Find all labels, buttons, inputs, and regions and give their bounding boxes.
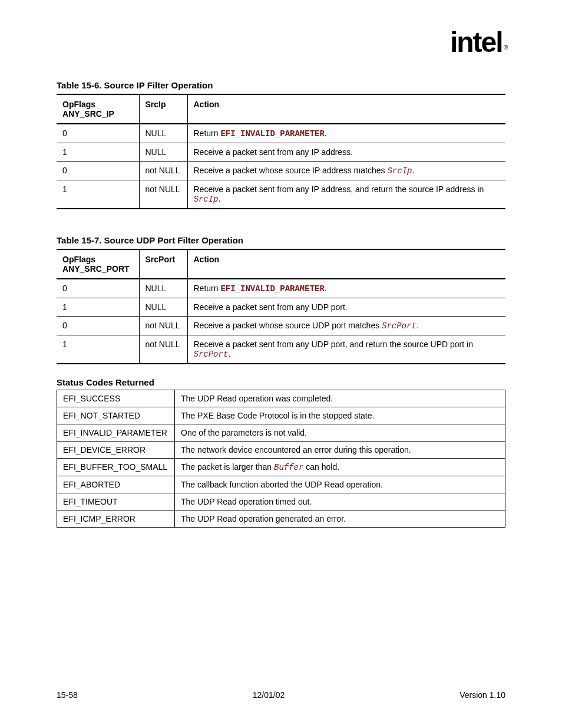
- footer-version: Version 1.10: [459, 690, 505, 700]
- table-row: 1 NULL Receive a packet sent from any UD…: [57, 298, 505, 317]
- status-code: EFI_SUCCESS: [57, 390, 175, 407]
- cell: 1: [57, 143, 139, 162]
- logo: intel®: [57, 28, 505, 57]
- table-row: 0 NULL Return EFI_INVALID_PARAMETER.: [57, 279, 505, 298]
- cell: Receive a packet sent from any UDP port.: [187, 298, 505, 317]
- cell: Receive a packet sent from any IP addres…: [187, 143, 505, 162]
- status-code: EFI_TIMEOUT: [57, 493, 175, 510]
- status-desc: The callback function aborted the UDP Re…: [175, 476, 505, 493]
- cell: Receive a packet whose source UDP port m…: [187, 317, 505, 335]
- table2-header-0: OpFlags ANY_SRC_PORT: [57, 249, 139, 279]
- table-row: 0 not NULL Receive a packet whose source…: [57, 317, 505, 335]
- table2: OpFlags ANY_SRC_PORT SrcPort Action 0 NU…: [57, 249, 505, 364]
- cell: not NULL: [139, 180, 187, 209]
- page-footer: 15-58 12/01/02 Version 1.10: [57, 690, 505, 700]
- cell: not NULL: [139, 162, 187, 180]
- footer-date: 12/01/02: [253, 690, 285, 700]
- status-code: EFI_ABORTED: [57, 476, 175, 493]
- cell: Return EFI_INVALID_PARAMETER.: [187, 124, 505, 143]
- status-desc: The UDP Read operation generated an erro…: [175, 510, 505, 528]
- cell: 0: [57, 124, 139, 143]
- cell: 0: [57, 317, 139, 335]
- cell: Receive a packet sent from any UDP port,…: [187, 335, 505, 364]
- table-row: 1 not NULL Receive a packet sent from an…: [57, 180, 505, 209]
- table-row: EFI_BUFFER_TOO_SMALLThe packet is larger…: [57, 459, 505, 476]
- table2-header-2: Action: [187, 249, 505, 279]
- status-codes-table: EFI_SUCCESSThe UDP Read operation was co…: [57, 390, 505, 528]
- cell: 1: [57, 335, 139, 364]
- table-row: EFI_TIMEOUTThe UDP Read operation timed …: [57, 493, 505, 510]
- table1-header-2: Action: [187, 94, 505, 124]
- status-desc: One of the parameters is not valid.: [175, 424, 505, 442]
- cell: 0: [57, 279, 139, 298]
- table2-header-1: SrcPort: [139, 249, 187, 279]
- status-code: EFI_BUFFER_TOO_SMALL: [57, 459, 175, 476]
- table-row: EFI_NOT_STARTEDThe PXE Base Code Protoco…: [57, 407, 505, 424]
- cell: NULL: [139, 298, 187, 317]
- table-row: EFI_DEVICE_ERRORThe network device encou…: [57, 442, 505, 459]
- status-desc: The UDP Read operation was completed.: [175, 390, 505, 407]
- status-desc: The network device encountered an error …: [175, 442, 505, 459]
- table-row: EFI_INVALID_PARAMETEROne of the paramete…: [57, 424, 505, 442]
- cell: NULL: [139, 279, 187, 298]
- table-row: EFI_ICMP_ERRORThe UDP Read operation gen…: [57, 510, 505, 528]
- table1-header-0: OpFlags ANY_SRC_IP: [57, 94, 139, 124]
- logo-registered: ®: [504, 44, 507, 51]
- table-row: 1 NULL Receive a packet sent from any IP…: [57, 143, 505, 162]
- cell: 1: [57, 298, 139, 317]
- table1: OpFlags ANY_SRC_IP SrcIp Action 0 NULL R…: [57, 94, 505, 209]
- status-desc: The PXE Base Code Protocol is in the sto…: [175, 407, 505, 424]
- status-code: EFI_INVALID_PARAMETER: [57, 424, 175, 442]
- cell: not NULL: [139, 317, 187, 335]
- status-desc: The packet is larger than Buffer can hol…: [175, 459, 505, 476]
- cell: Return EFI_INVALID_PARAMETER.: [187, 279, 505, 298]
- table-row: 1 not NULL Receive a packet sent from an…: [57, 335, 505, 364]
- cell: 1: [57, 180, 139, 209]
- table-row: 0 NULL Return EFI_INVALID_PARAMETER.: [57, 124, 505, 143]
- cell: Receive a packet whose source IP address…: [187, 162, 505, 180]
- status-code: EFI_DEVICE_ERROR: [57, 442, 175, 459]
- cell: NULL: [139, 124, 187, 143]
- table1-caption: Table 15-6. Source IP Filter Operation: [57, 80, 505, 90]
- status-code: EFI_NOT_STARTED: [57, 407, 175, 424]
- table-row: EFI_ABORTEDThe callback function aborted…: [57, 476, 505, 493]
- cell: not NULL: [139, 335, 187, 364]
- table1-header-1: SrcIp: [139, 94, 187, 124]
- cell: 0: [57, 162, 139, 180]
- status-code: EFI_ICMP_ERROR: [57, 510, 175, 528]
- status-desc: The UDP Read operation timed out.: [175, 493, 505, 510]
- cell: NULL: [139, 143, 187, 162]
- table-row: 0 not NULL Receive a packet whose source…: [57, 162, 505, 180]
- table-row: EFI_SUCCESSThe UDP Read operation was co…: [57, 390, 505, 407]
- status-heading: Status Codes Returned: [57, 377, 505, 387]
- logo-text: intel: [450, 27, 503, 58]
- table2-caption: Table 15-7. Source UDP Port Filter Opera…: [57, 235, 505, 245]
- footer-page-number: 15-58: [57, 690, 78, 700]
- cell: Receive a packet sent from any IP addres…: [187, 180, 505, 209]
